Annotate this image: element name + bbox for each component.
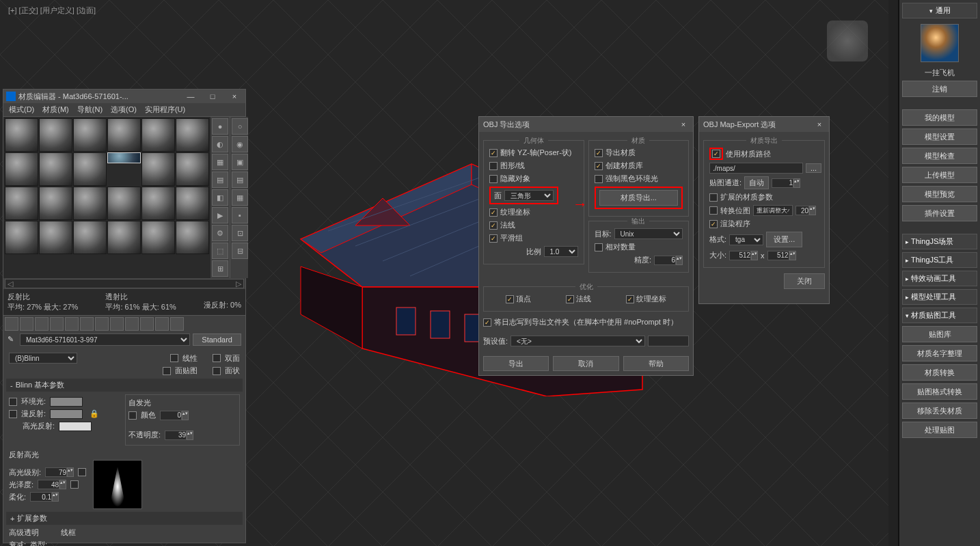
texture-lib-button[interactable]: 贴图库 — [902, 326, 977, 342]
format-setup-button[interactable]: 设置... — [766, 232, 802, 247]
menu-mode[interactable]: 模式(D) — [9, 105, 34, 115]
spec-level-spinner[interactable] — [45, 467, 67, 477]
material-editor-titlebar[interactable]: 材质编辑器 - Mat3d66-571601-... — □ × — [3, 90, 245, 103]
mat-name-clean-button[interactable]: 材质名字整理 — [902, 345, 977, 361]
backlight-icon[interactable]: ◐ — [212, 136, 228, 152]
material-slot[interactable] — [5, 221, 38, 254]
material-slot[interactable] — [39, 221, 72, 254]
thingjs-tools-section[interactable]: ThingJS工具 — [902, 252, 977, 268]
show-in-vp-icon[interactable] — [125, 317, 139, 331]
close-icon[interactable]: × — [678, 120, 689, 128]
material-slot[interactable] — [39, 187, 72, 220]
path-browse-button[interactable]: ... — [806, 163, 821, 173]
fx-anim-section[interactable]: 特效动画工具 — [902, 271, 977, 286]
ext-params-check[interactable] — [709, 193, 718, 202]
logout-button[interactable]: 注销 — [902, 81, 977, 97]
diffuse-lock[interactable] — [9, 410, 17, 418]
material-slot[interactable] — [73, 221, 107, 254]
reset-map-icon[interactable] — [50, 317, 64, 331]
gloss-map[interactable] — [70, 480, 79, 489]
mat-convert-button[interactable]: 材质转换 — [902, 364, 977, 381]
tex-format-convert-button[interactable]: 贴图格式转换 — [902, 383, 977, 400]
strip-tool-icon[interactable]: ◉ — [232, 136, 248, 152]
upload-model-button[interactable]: 上传模型 — [902, 167, 977, 183]
ambient-swatch[interactable] — [50, 397, 83, 407]
precision-spinner[interactable] — [654, 256, 676, 265]
selfillum-color-check[interactable] — [128, 411, 137, 420]
strip-tool-icon[interactable]: ⊡ — [232, 225, 248, 241]
size-w-spinner[interactable] — [729, 251, 751, 260]
convert-mode[interactable] — [753, 205, 793, 216]
texcoord-check[interactable] — [489, 208, 498, 217]
close-button[interactable]: × — [226, 92, 243, 100]
material-slot[interactable] — [107, 221, 141, 254]
opt-tex-check[interactable] — [626, 295, 634, 303]
material-slot[interactable] — [141, 221, 175, 254]
smoothgrp-check[interactable] — [489, 234, 498, 243]
size-h-spinner[interactable] — [767, 251, 789, 260]
video-check-icon[interactable]: ◧ — [212, 189, 228, 206]
tex-tools-section[interactable]: 材质贴图工具 — [902, 308, 977, 323]
flip-yz-check[interactable] — [489, 149, 498, 157]
menu-material[interactable]: 材质(M) — [42, 105, 69, 115]
specular-swatch[interactable] — [59, 422, 92, 431]
get-material-icon[interactable] — [5, 317, 18, 331]
format-select[interactable]: tga — [729, 234, 763, 245]
material-slot[interactable] — [5, 152, 38, 186]
go-parent-icon[interactable] — [155, 317, 169, 331]
material-slot[interactable] — [39, 118, 72, 152]
opacity-spinner[interactable] — [165, 431, 187, 440]
obj-export-titlebar[interactable]: OBJ 导出选项 × — [479, 117, 693, 132]
material-slot[interactable] — [176, 221, 209, 254]
viewcube-icon[interactable] — [827, 21, 868, 62]
material-slot[interactable] — [5, 118, 38, 152]
model-check-button[interactable]: 模型检查 — [902, 148, 977, 164]
export-mat-check[interactable] — [595, 149, 603, 157]
help-button[interactable]: 帮助 — [623, 356, 689, 371]
path-input[interactable] — [709, 163, 803, 174]
matid-icon[interactable] — [110, 317, 124, 331]
render-proc-check[interactable] — [709, 220, 718, 228]
thingjs-scene-section[interactable]: ThingJS场景 — [902, 234, 977, 249]
material-slot[interactable] — [107, 187, 141, 220]
close-icon[interactable]: × — [814, 120, 825, 128]
hidden-check[interactable] — [489, 175, 498, 183]
dropper-icon[interactable]: ✎ — [8, 335, 17, 344]
preset-select[interactable]: <无> — [511, 336, 645, 346]
gloss-spinner[interactable] — [38, 480, 59, 489]
user-avatar[interactable] — [921, 24, 959, 62]
strip-tool-icon[interactable]: ▪ — [232, 207, 248, 223]
material-slot[interactable] — [107, 118, 141, 152]
soften-spinner[interactable] — [30, 492, 52, 502]
diffuse-swatch[interactable] — [50, 409, 83, 419]
target-select[interactable]: Unix — [614, 228, 683, 239]
material-slot[interactable] — [73, 118, 107, 152]
xianxing-check[interactable] — [170, 354, 178, 362]
scroll-right-icon[interactable]: ▷ — [234, 279, 243, 288]
put-to-scene-icon[interactable] — [20, 317, 33, 331]
opt-normal-check[interactable] — [566, 295, 574, 303]
material-slot-selected[interactable] — [107, 152, 141, 163]
mianzhuang-check[interactable] — [213, 367, 221, 375]
menu-utilities[interactable]: 实用程序(U) — [145, 105, 185, 115]
material-slot[interactable] — [141, 118, 175, 152]
strip-tool-icon[interactable]: ▣ — [232, 154, 248, 170]
convert-bmp-check[interactable] — [709, 206, 718, 215]
channel-spinner[interactable] — [772, 178, 793, 188]
export-button[interactable]: 导出 — [483, 356, 549, 371]
my-models-button[interactable]: 我的模型 — [902, 109, 977, 126]
make-unique-icon[interactable] — [80, 317, 94, 331]
spec-level-map[interactable] — [78, 468, 86, 476]
background-icon[interactable]: ▦ — [212, 154, 228, 170]
model-settings-button[interactable]: 模型设置 — [902, 128, 977, 145]
material-slot[interactable] — [5, 187, 38, 220]
strip-tool-icon[interactable]: ▤ — [232, 172, 248, 188]
lock-icon[interactable]: 🔒 — [90, 409, 99, 418]
material-slot[interactable] — [176, 187, 209, 220]
make-preview-icon[interactable]: ▶ — [212, 207, 228, 223]
select-by-material-icon[interactable]: ⬚ — [212, 243, 228, 259]
ambient-lock[interactable] — [9, 398, 17, 406]
log-check[interactable] — [483, 318, 491, 327]
opt-vertex-check[interactable] — [506, 295, 514, 303]
viewport-label[interactable]: [+] [正交] [用户定义] [边面] — [8, 5, 96, 16]
